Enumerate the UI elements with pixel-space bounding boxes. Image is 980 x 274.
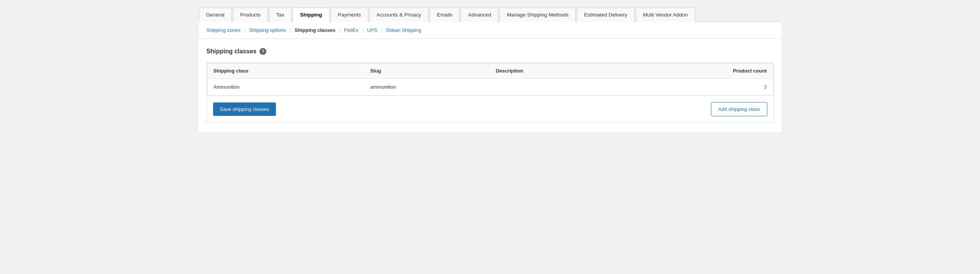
separator-5: | bbox=[381, 27, 384, 33]
cell-shipping-class: Ammunition bbox=[207, 79, 364, 96]
tab-manage-shipping[interactable]: Manage Shipping Methods bbox=[499, 8, 576, 22]
separator-2: | bbox=[290, 27, 292, 33]
subnav-shipping-classes: Shipping classes bbox=[295, 27, 335, 33]
tabs-bar: General Products Tax Shipping Payments A… bbox=[199, 8, 781, 22]
table-body: Ammunition ammunition 3 bbox=[207, 79, 773, 96]
col-header-description: Description bbox=[489, 63, 621, 79]
main-content: Shipping classes ? Shipping class Slug D… bbox=[199, 39, 781, 132]
separator-1: | bbox=[244, 27, 247, 33]
table-footer: Save shipping classes Add shipping class bbox=[207, 96, 773, 122]
table-header: Shipping class Slug Description Product … bbox=[207, 63, 773, 79]
shipping-classes-table: Shipping class Slug Description Product … bbox=[207, 63, 773, 96]
cell-product-count: 3 bbox=[621, 79, 773, 96]
tab-estimated-delivery[interactable]: Estimated Delivery bbox=[577, 8, 635, 22]
tab-accounts-privacy[interactable]: Accounts & Privacy bbox=[369, 8, 428, 22]
tab-emails[interactable]: Emails bbox=[430, 8, 460, 22]
tab-shipping[interactable]: Shipping bbox=[293, 8, 330, 22]
add-shipping-class-button[interactable]: Add shipping class bbox=[711, 102, 767, 116]
cell-description bbox=[489, 79, 621, 96]
subnav-ups[interactable]: UPS bbox=[367, 27, 378, 33]
col-header-slug: Slug bbox=[364, 63, 489, 79]
col-header-shipping-class: Shipping class bbox=[207, 63, 364, 79]
subnav-shipping-zones[interactable]: Shipping zones bbox=[207, 27, 241, 33]
cell-slug: ammunition bbox=[364, 79, 489, 96]
tab-general[interactable]: General bbox=[199, 8, 232, 22]
col-header-product-count: Product count bbox=[621, 63, 773, 79]
subnav-dokan-shipping[interactable]: Dokan Shipping bbox=[386, 27, 421, 33]
table-row: Ammunition ammunition 3 bbox=[207, 79, 773, 96]
product-count-link[interactable]: 3 bbox=[764, 84, 767, 90]
tab-products[interactable]: Products bbox=[233, 8, 268, 22]
tab-payments[interactable]: Payments bbox=[331, 8, 368, 22]
separator-3: | bbox=[339, 27, 342, 33]
sub-navigation: Shipping zones | Shipping options | Ship… bbox=[199, 22, 781, 39]
separator-4: | bbox=[362, 27, 365, 33]
tab-tax[interactable]: Tax bbox=[269, 8, 292, 22]
save-shipping-classes-button[interactable]: Save shipping classes bbox=[213, 102, 276, 116]
help-icon[interactable]: ? bbox=[259, 48, 266, 55]
section-title: Shipping classes ? bbox=[207, 48, 774, 55]
subnav-fedex[interactable]: FedEx bbox=[344, 27, 359, 33]
tab-multi-vendor[interactable]: Multi Vendor Addon bbox=[636, 8, 695, 22]
subnav-shipping-options[interactable]: Shipping options bbox=[249, 27, 286, 33]
shipping-classes-table-wrapper: Shipping class Slug Description Product … bbox=[207, 63, 774, 123]
tab-advanced[interactable]: Advanced bbox=[461, 8, 498, 22]
